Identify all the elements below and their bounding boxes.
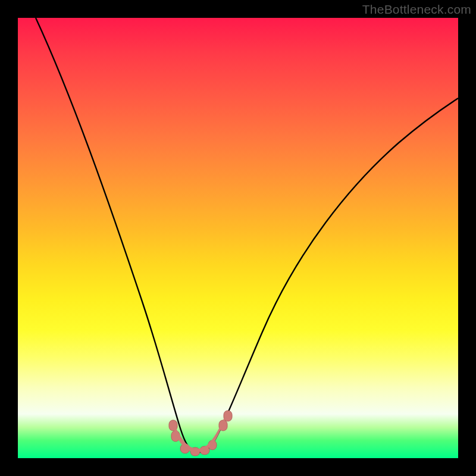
bottleneck-curve: [36, 18, 458, 452]
curve-layer: [18, 18, 458, 458]
watermark-text: TheBottleneck.com: [362, 2, 471, 17]
marker-group: [169, 411, 232, 456]
chart-frame: TheBottleneck.com: [0, 0, 476, 476]
plot-area: [18, 18, 458, 458]
